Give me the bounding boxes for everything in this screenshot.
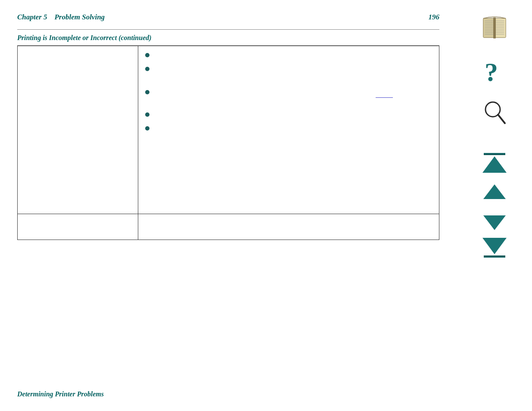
- list-item: [145, 111, 432, 117]
- page-number: 196: [429, 13, 440, 22]
- main-content: Chapter 5 Problem Solving 196 Printing i…: [0, 0, 457, 411]
- table-row-top: [18, 46, 439, 214]
- up-small-arrow-shape: [483, 184, 506, 199]
- page-header: Chapter 5 Problem Solving 196: [17, 13, 439, 22]
- top-line: [484, 153, 505, 155]
- search-icon-button[interactable]: [482, 99, 507, 127]
- table-row-bottom: [18, 214, 439, 240]
- go-to-bottom-button[interactable]: [482, 238, 507, 258]
- down-arrow-shape: [482, 238, 507, 254]
- table-cell-right-top: [138, 46, 439, 214]
- chapter-title: Chapter 5 Problem Solving: [17, 13, 105, 22]
- bullet-dot: [145, 90, 149, 94]
- table-cell-right-bottom: [138, 214, 439, 240]
- help-icon-button[interactable]: ?: [480, 56, 508, 86]
- inline-link[interactable]: [376, 88, 393, 98]
- list-item: [145, 51, 432, 57]
- table-cell-left-bottom: [18, 214, 138, 240]
- header-rule: [17, 29, 439, 30]
- svg-rect-0: [483, 19, 494, 38]
- book-icon-button[interactable]: [479, 13, 510, 43]
- svg-rect-1: [495, 19, 506, 38]
- sidebar: ?: [457, 0, 532, 411]
- page-down-button[interactable]: [483, 215, 506, 230]
- svg-line-23: [498, 115, 505, 123]
- table-cell-left-top: [18, 46, 138, 214]
- list-item: [145, 65, 432, 71]
- bullet-dot: [145, 67, 149, 71]
- go-to-top-button[interactable]: [482, 153, 507, 177]
- footer-title: Determining Printer Problems: [17, 390, 104, 398]
- problem-table: [17, 46, 439, 240]
- svg-text:?: ?: [485, 57, 498, 86]
- svg-point-24: [487, 103, 499, 115]
- page-up-button[interactable]: [483, 184, 506, 199]
- down-small-arrow-shape: [483, 215, 506, 230]
- list-item: [145, 125, 432, 131]
- bullet-dot: [145, 126, 149, 131]
- nav-arrows: [482, 153, 507, 258]
- bottom-line: [484, 255, 505, 258]
- list-item: [145, 88, 432, 98]
- section-title: Printing is Incomplete or Incorrect (con…: [17, 34, 439, 42]
- bullet-dot: [145, 53, 149, 57]
- svg-rect-2: [493, 18, 496, 39]
- bullet-list: [145, 51, 432, 131]
- bullet-text: [154, 88, 432, 98]
- up-arrow-shape: [482, 156, 507, 173]
- bullet-dot: [145, 112, 149, 117]
